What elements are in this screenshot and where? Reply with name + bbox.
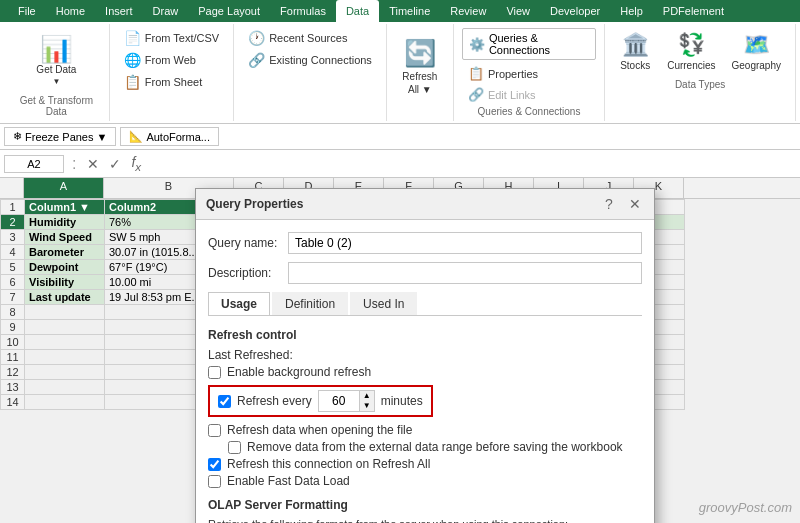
olap-section: OLAP Server Formatting Retrieve the foll… [208,498,642,523]
fast-load-checkbox[interactable] [208,475,221,488]
refresh-on-open-checkbox[interactable] [208,424,221,437]
fast-load-row: Enable Fast Data Load [208,474,642,488]
connections-group-content: 🕐 Recent Sources 🔗 Existing Connections [242,28,378,104]
tab-definition[interactable]: Definition [272,292,348,315]
tab-insert[interactable]: Insert [95,0,143,22]
tab-review[interactable]: Review [440,0,496,22]
stocks-button[interactable]: 🏛️ Stocks [613,28,657,75]
from-sheet-label: From Sheet [145,76,202,88]
existing-connections-button[interactable]: 🔗 Existing Connections [242,50,378,70]
olap-description: Retrieve the following formats from the … [208,518,642,523]
dialog-overlay: Query Properties ? ✕ Query name: Descrip… [0,178,800,518]
query-name-input[interactable] [288,232,642,254]
freeze-panes-button[interactable]: ❄ Freeze Panes ▼ [4,127,116,146]
last-refreshed-label: Last Refreshed: [208,348,293,362]
description-input[interactable] [288,262,642,284]
query-properties-dialog: Query Properties ? ✕ Query name: Descrip… [195,188,655,523]
tab-file[interactable]: File [8,0,46,22]
refresh-all-button[interactable]: 🔄 Refresh All ▼ [395,34,445,99]
geography-label: Geography [732,60,781,71]
tab-timeline[interactable]: Timeline [379,0,440,22]
dialog-body: Query name: Description: Usage Definitio… [196,220,654,523]
tab-draw[interactable]: Draw [143,0,189,22]
freeze-panes-icon: ❄ [13,130,22,143]
dialog-controls: ? ✕ [600,195,644,213]
qc-group-label: Queries & Connections [478,104,581,117]
currencies-button[interactable]: 💱 Currencies [661,28,721,75]
recent-sources-button[interactable]: 🕐 Recent Sources [242,28,353,48]
from-web-label: From Web [145,54,196,66]
connections-group: 🕐 Recent Sources 🔗 Existing Connections … [234,24,387,121]
refresh-control-header: Refresh control [208,328,642,342]
geography-button[interactable]: 🗺️ Geography [726,28,787,75]
properties-label: Properties [488,68,538,80]
tab-formulas[interactable]: Formulas [270,0,336,22]
tab-usage[interactable]: Usage [208,292,270,315]
ribbon-tab-bar: File Home Insert Draw Page Layout Formul… [0,0,800,22]
refresh-every-units: minutes [381,394,423,408]
from-group: 📄 From Text/CSV 🌐 From Web 📋 From Sheet … [110,24,234,121]
queries-connections-button[interactable]: ⚙️ Queries & Connections [462,28,596,60]
autoformat-label: AutoForma... [146,131,210,143]
tab-pdfelement[interactable]: PDFelement [653,0,734,22]
query-name-row: Query name: [208,232,642,254]
from-web-icon: 🌐 [124,52,141,68]
enable-background-label: Enable background refresh [227,365,371,379]
edit-links-label: Edit Links [488,89,536,101]
from-text-csv-button[interactable]: 📄 From Text/CSV [118,28,225,48]
data-types-row: 🏛️ Stocks 💱 Currencies 🗺️ Geography [613,28,787,75]
refresh-every-highlight: Refresh every ▲ ▼ minutes [208,385,433,417]
from-group-content: 📄 From Text/CSV 🌐 From Web 📋 From Sheet [118,28,225,104]
get-data-arrow: ▼ [52,77,60,86]
from-sheet-button[interactable]: 📋 From Sheet [118,72,208,92]
insert-function-icon[interactable]: fx [128,154,144,173]
currencies-icon: 💱 [678,32,705,58]
refresh-on-all-checkbox[interactable] [208,458,221,471]
spin-down-button[interactable]: ▼ [360,401,374,411]
refresh-on-all-label: Refresh this connection on Refresh All [227,457,430,471]
cancel-icon[interactable]: ✕ [84,156,102,172]
data-types-group: 🏛️ Stocks 💱 Currencies 🗺️ Geography Data… [605,24,796,121]
qc-label: Queries & Connections [489,32,589,56]
get-transform-label: Get & Transform Data [12,93,101,117]
dialog-help-button[interactable]: ? [600,195,618,213]
tab-view[interactable]: View [496,0,540,22]
name-box[interactable] [4,155,64,173]
main-area: A B C D E F G H I J K 1 Column1 ▼ Column… [0,178,800,518]
freeze-panes-label: Freeze Panes [25,131,93,143]
tab-data[interactable]: Data [336,0,379,22]
tab-help[interactable]: Help [610,0,653,22]
tab-used-in[interactable]: Used In [350,292,417,315]
refresh-every-checkbox[interactable] [218,395,231,408]
currencies-label: Currencies [667,60,715,71]
tab-developer[interactable]: Developer [540,0,610,22]
existing-connections-label: Existing Connections [269,54,372,66]
spin-up-button[interactable]: ▲ [360,391,374,401]
qc-icon: ⚙️ [469,37,485,52]
data-types-label: Data Types [675,77,725,90]
tab-home[interactable]: Home [46,0,95,22]
formula-divider: : [72,155,76,173]
from-web-button[interactable]: 🌐 From Web [118,50,202,70]
refresh-on-open-row: Refresh data when opening the file [208,423,642,437]
get-data-button[interactable]: 📊 Get Data ▼ [30,32,82,90]
get-data-content: 📊 Get Data ▼ [30,28,82,93]
autoformat-button[interactable]: 📐 AutoForma... [120,127,219,146]
tab-page-layout[interactable]: Page Layout [188,0,270,22]
enable-background-checkbox[interactable] [208,366,221,379]
geography-icon: 🗺️ [743,32,770,58]
properties-button[interactable]: 📋 Properties [462,64,544,83]
dialog-close-button[interactable]: ✕ [626,195,644,213]
edit-links-button[interactable]: 🔗 Edit Links [462,85,542,104]
description-label: Description: [208,266,288,280]
remove-data-checkbox[interactable] [228,441,241,454]
existing-connections-icon: 🔗 [248,52,265,68]
get-data-label: Get Data [36,64,76,75]
refresh-all-icon: 🔄 [404,38,436,69]
refresh-every-input[interactable] [319,392,359,410]
remove-data-row: Remove data from the external data range… [228,440,642,454]
dialog-title: Query Properties [206,197,303,211]
from-text-csv-icon: 📄 [124,30,141,46]
dialog-tabs: Usage Definition Used In [208,292,642,316]
confirm-icon[interactable]: ✓ [106,156,124,172]
